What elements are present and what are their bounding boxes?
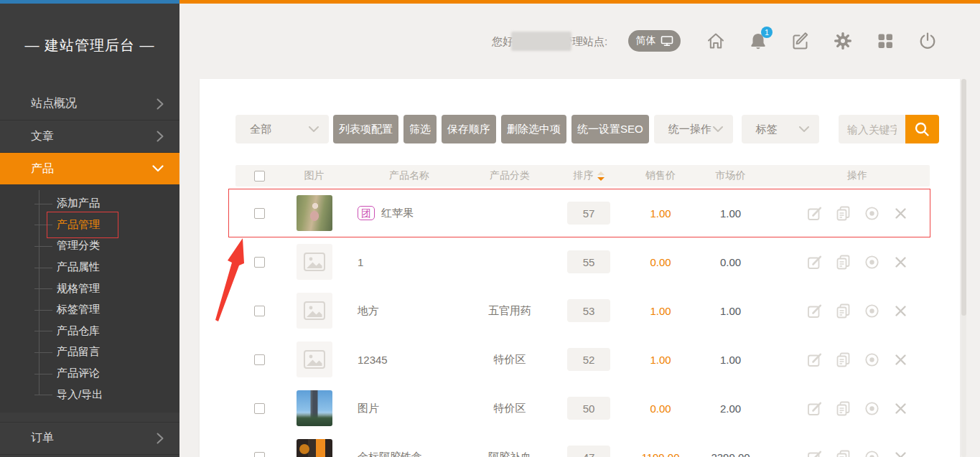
copy-icon[interactable] <box>835 303 851 319</box>
toolbar-button[interactable]: 删除选中项 <box>501 115 566 143</box>
row-checkbox[interactable] <box>254 257 265 268</box>
sidebar-subitem[interactable]: 产品属性 <box>0 257 179 278</box>
copy-icon[interactable] <box>835 254 851 270</box>
product-name[interactable]: 12345 <box>358 354 388 366</box>
sort-value-input[interactable]: 53 <box>567 299 610 322</box>
page-scrollbar[interactable] <box>961 79 966 457</box>
filter-all-label: 全部 <box>250 123 271 136</box>
bell-icon[interactable]: 1 <box>748 31 768 51</box>
preview-icon[interactable] <box>864 352 880 368</box>
row-checkbox[interactable] <box>254 452 265 457</box>
language-button[interactable]: 简体 <box>628 30 681 52</box>
product-image[interactable] <box>297 195 332 231</box>
sort-value-input[interactable]: 57 <box>567 202 610 225</box>
search-input[interactable] <box>839 115 905 143</box>
product-image[interactable] <box>297 341 332 377</box>
chevron-right-icon <box>157 98 164 110</box>
sidebar-subitem[interactable]: 产品管理 <box>0 215 179 236</box>
sort-value-input[interactable]: 55 <box>567 250 610 273</box>
gear-icon[interactable] <box>833 31 853 51</box>
toolbar-button[interactable]: 统一设置SEO <box>571 115 649 143</box>
search-bar <box>839 115 939 143</box>
row-checkbox[interactable] <box>254 354 265 365</box>
sidebar-subitem[interactable]: 规格管理 <box>0 278 179 299</box>
edit-icon[interactable] <box>806 400 823 417</box>
product-name[interactable]: 图片 <box>358 402 379 415</box>
product-name[interactable]: 地方 <box>358 304 379 318</box>
sort-asc-icon[interactable] <box>597 171 605 175</box>
preview-icon[interactable] <box>864 303 880 319</box>
sidebar-nav-item[interactable]: 文章 <box>0 120 179 152</box>
preview-icon[interactable] <box>864 449 880 457</box>
group-buy-badge: 团 <box>358 206 375 220</box>
product-category: 特价区 <box>474 353 546 367</box>
sidebar-subitem[interactable]: 管理分类 <box>0 235 179 257</box>
product-image[interactable] <box>297 439 332 457</box>
sidebar-subitem-label: 产品仓库 <box>57 324 100 338</box>
chevron-down-icon <box>152 165 164 172</box>
filter-all-dropdown[interactable]: 全部 <box>235 115 329 143</box>
power-icon[interactable] <box>918 31 938 51</box>
toolbar-button[interactable]: 列表项配置 <box>333 115 398 143</box>
product-name[interactable]: 金标阿胶铁盒 <box>358 451 422 457</box>
chevron-right-icon <box>157 433 164 444</box>
table-body: 团 红苹果 57 1.00 1.00 <box>235 189 930 457</box>
header-actions: 操作 <box>772 169 930 182</box>
sidebar-subitem[interactable]: 导入/导出 <box>0 384 179 405</box>
sidebar-subitem-label: 产品评论 <box>57 367 100 380</box>
edit-icon[interactable] <box>806 449 823 457</box>
copy-icon[interactable] <box>835 400 851 417</box>
header-sale-price: 销售价 <box>632 169 689 182</box>
sale-price: 0.00 <box>632 402 689 415</box>
search-button[interactable] <box>905 115 939 143</box>
copy-icon[interactable] <box>835 449 851 457</box>
scrollbar-thumb[interactable] <box>961 79 966 316</box>
row-checkbox[interactable] <box>254 208 265 219</box>
sidebar-nav-item[interactable]: 站点概况 <box>0 88 179 120</box>
preview-icon[interactable] <box>864 400 880 417</box>
preview-icon[interactable] <box>864 254 880 270</box>
product-image[interactable] <box>297 244 332 280</box>
sidebar-subitem[interactable]: 产品留言 <box>0 341 179 363</box>
product-name[interactable]: 1 <box>358 256 363 268</box>
copy-icon[interactable] <box>835 352 851 368</box>
grid-icon[interactable] <box>875 31 895 51</box>
row-checkbox[interactable] <box>254 403 265 414</box>
table-header: 图片 产品名称 产品分类 排序 销售价 市场价 操作 <box>235 165 930 187</box>
home-icon[interactable] <box>706 31 726 51</box>
preview-icon[interactable] <box>864 205 880 222</box>
delete-icon[interactable] <box>892 303 909 319</box>
table-row: 图片 特价区 50 0.00 2.00 <box>235 384 930 433</box>
greeting-text: 您好 <box>492 35 513 49</box>
copy-icon[interactable] <box>835 205 851 222</box>
product-name[interactable]: 红苹果 <box>381 207 414 220</box>
edit-icon[interactable] <box>806 303 823 319</box>
sidebar-subitem[interactable]: 产品仓库 <box>0 321 179 342</box>
delete-icon[interactable] <box>892 449 909 457</box>
select-all-checkbox[interactable] <box>254 171 265 182</box>
sort-desc-icon[interactable] <box>597 177 605 181</box>
sidebar-nav-item[interactable]: 产品 <box>0 152 179 184</box>
compose-icon[interactable] <box>790 31 811 51</box>
row-checkbox[interactable] <box>254 306 265 316</box>
sidebar-subitem[interactable]: 标签管理 <box>0 299 179 321</box>
batch-action-dropdown[interactable]: 统一操作 <box>654 115 733 143</box>
delete-icon[interactable] <box>892 254 909 270</box>
delete-icon[interactable] <box>892 400 909 417</box>
product-image[interactable] <box>297 390 332 426</box>
sidebar-subitem[interactable]: 产品评论 <box>0 363 179 385</box>
delete-icon[interactable] <box>892 205 909 222</box>
edit-icon[interactable] <box>806 254 823 270</box>
delete-icon[interactable] <box>892 352 909 368</box>
toolbar-button[interactable]: 保存顺序 <box>442 115 496 143</box>
sort-value-input[interactable]: 47 <box>567 446 610 457</box>
sort-value-input[interactable]: 52 <box>567 348 610 371</box>
sort-value-input[interactable]: 50 <box>567 397 610 420</box>
sort-toggle[interactable] <box>597 171 605 181</box>
sidebar-nav-item-orders[interactable]: 订单 <box>0 422 179 455</box>
tag-dropdown[interactable]: 标签 <box>742 115 819 143</box>
edit-icon[interactable] <box>806 205 823 222</box>
edit-icon[interactable] <box>806 352 823 368</box>
toolbar-button[interactable]: 筛选 <box>403 115 437 143</box>
product-image[interactable] <box>297 293 332 329</box>
